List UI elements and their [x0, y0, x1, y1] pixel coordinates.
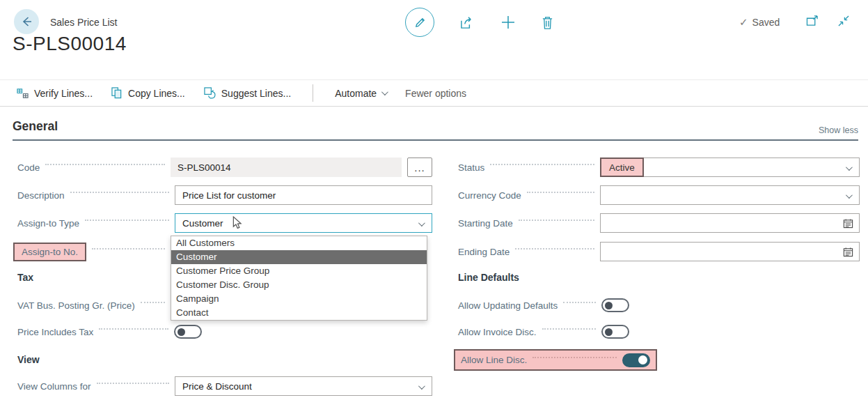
- suggest-lines-icon: [204, 87, 216, 99]
- assign-to-type-value: Customer: [182, 218, 223, 229]
- price-includes-tax-label: Price Includes Tax: [17, 327, 93, 337]
- tax-section-header: Tax: [17, 272, 33, 283]
- share-button[interactable]: [459, 15, 475, 30]
- dotted-leader: [527, 192, 594, 193]
- general-section-title[interactable]: General: [13, 119, 58, 134]
- dropdown-option-customer-disc-group[interactable]: Customer Disc. Group: [171, 278, 427, 292]
- calendar-icon[interactable]: [843, 247, 853, 257]
- open-in-window-icon: [806, 15, 819, 26]
- chevron-down-icon: [418, 383, 425, 390]
- header-actions: [405, 7, 554, 38]
- line-defaults-section-header: Line Defaults: [458, 272, 519, 283]
- back-arrow-icon: [19, 15, 33, 29]
- assign-to-type-row: Assign-to Type Customer: [17, 213, 432, 233]
- section-divider: [13, 139, 858, 141]
- allow-updating-defaults-row: Allow Updating Defaults: [458, 295, 629, 315]
- view-section-header: View: [17, 354, 40, 365]
- description-row: Description Price List for customer: [17, 185, 432, 205]
- view-columns-combobox[interactable]: Price & Discount: [175, 376, 432, 396]
- dropdown-option-customer-selected[interactable]: Customer: [171, 250, 427, 264]
- vat-bus-posting-label: VAT Bus. Posting Gr. (Price): [17, 300, 135, 311]
- starting-date-label: Starting Date: [458, 218, 513, 229]
- status-value-highlighted: Active: [600, 158, 644, 177]
- code-input[interactable]: S-PLS00014: [171, 158, 402, 177]
- automate-menu[interactable]: Automate: [335, 88, 386, 99]
- allow-invoice-disc-toggle[interactable]: [601, 325, 629, 339]
- calendar-icon[interactable]: [843, 218, 853, 229]
- edit-button[interactable]: [405, 8, 434, 37]
- price-includes-tax-toggle[interactable]: [174, 325, 202, 339]
- dotted-leader: [542, 328, 596, 330]
- price-includes-tax-row: Price Includes Tax: [17, 322, 202, 341]
- code-row: Code S-PLS00014 ...: [17, 158, 432, 177]
- assist-edit-button[interactable]: ...: [407, 158, 432, 177]
- trash-icon: [541, 15, 554, 30]
- allow-line-disc-label: Allow Line Disc.: [461, 355, 527, 365]
- window-controls: [806, 15, 850, 26]
- toggle-knob: [638, 355, 647, 364]
- allow-invoice-disc-row: Allow Invoice Disc.: [458, 322, 629, 341]
- collapse-button[interactable]: [837, 15, 850, 26]
- dotted-leader: [141, 302, 165, 303]
- starting-date-input[interactable]: [600, 213, 860, 233]
- chevron-down-icon: [846, 192, 853, 199]
- save-status: ✓ Saved: [739, 16, 780, 29]
- mouse-cursor: [232, 216, 243, 229]
- dropdown-option-customer-price-group[interactable]: Customer Price Group: [171, 264, 427, 278]
- dotted-leader: [563, 302, 596, 303]
- starting-date-row: Starting Date: [458, 213, 860, 233]
- new-button[interactable]: [500, 15, 516, 30]
- suggest-lines-button[interactable]: Suggest Lines...: [204, 87, 291, 99]
- toggle-knob: [605, 328, 613, 336]
- assign-to-type-dropdown: All Customers Customer Customer Price Gr…: [171, 236, 427, 321]
- dotted-leader: [519, 220, 594, 221]
- chevron-down-icon: [418, 220, 425, 226]
- allow-invoice-disc-label: Allow Invoice Disc.: [458, 327, 537, 337]
- copy-lines-label: Copy Lines...: [128, 88, 185, 99]
- status-combobox[interactable]: Active: [600, 158, 860, 177]
- dropdown-option-contact[interactable]: Contact: [171, 306, 427, 320]
- allow-line-disc-toggle[interactable]: [622, 353, 650, 367]
- verify-lines-icon: [17, 88, 29, 99]
- currency-code-row: Currency Code: [458, 185, 860, 205]
- dotted-leader: [490, 164, 594, 165]
- dropdown-option-campaign[interactable]: Campaign: [171, 292, 427, 306]
- toggle-knob: [605, 302, 613, 309]
- code-control: S-PLS00014 ...: [171, 158, 432, 177]
- chevron-down-icon: [381, 89, 388, 95]
- allow-line-disc-row-highlighted: Allow Line Disc.: [454, 349, 657, 371]
- collapse-arrows-icon: [837, 15, 850, 26]
- show-less-link[interactable]: Show less: [819, 125, 858, 135]
- verify-lines-button[interactable]: Verify Lines...: [17, 88, 93, 99]
- assign-to-type-combobox[interactable]: Customer: [175, 213, 432, 233]
- assign-to-type-label: Assign-to Type: [17, 218, 79, 229]
- dotted-leader: [45, 164, 165, 165]
- fewer-options-button[interactable]: Fewer options: [405, 88, 466, 99]
- dotted-leader: [99, 328, 168, 330]
- status-label: Status: [458, 162, 484, 173]
- pencil-icon: [413, 16, 427, 29]
- allow-updating-defaults-label: Allow Updating Defaults: [458, 300, 558, 311]
- plus-icon: [500, 15, 516, 30]
- dropdown-option-all-customers[interactable]: All Customers: [171, 236, 427, 250]
- delete-button[interactable]: [541, 15, 554, 30]
- view-columns-row: View Columns for Price & Discount: [17, 376, 432, 396]
- currency-code-combobox[interactable]: [600, 185, 860, 205]
- description-input[interactable]: Price List for customer: [175, 185, 432, 205]
- open-in-window-button[interactable]: [806, 15, 819, 26]
- ending-date-row: Ending Date: [458, 242, 860, 261]
- save-status-label: Saved: [752, 17, 780, 28]
- share-icon: [459, 15, 475, 30]
- automate-label: Automate: [335, 88, 377, 99]
- check-icon: ✓: [739, 16, 748, 29]
- back-button[interactable]: [14, 9, 39, 34]
- page-caption: Sales Price List: [50, 17, 117, 28]
- dotted-leader: [85, 220, 169, 221]
- ending-date-input[interactable]: [600, 242, 860, 261]
- page-title: S-PLS00014: [13, 33, 127, 55]
- allow-updating-defaults-toggle[interactable]: [601, 298, 629, 312]
- view-columns-value: Price & Discount: [182, 381, 252, 392]
- sales-price-list-page: Sales Price List S-PLS00014 ✓ Saved: [0, 0, 868, 407]
- copy-lines-button[interactable]: Copy Lines...: [111, 87, 185, 99]
- dotted-leader: [92, 248, 165, 249]
